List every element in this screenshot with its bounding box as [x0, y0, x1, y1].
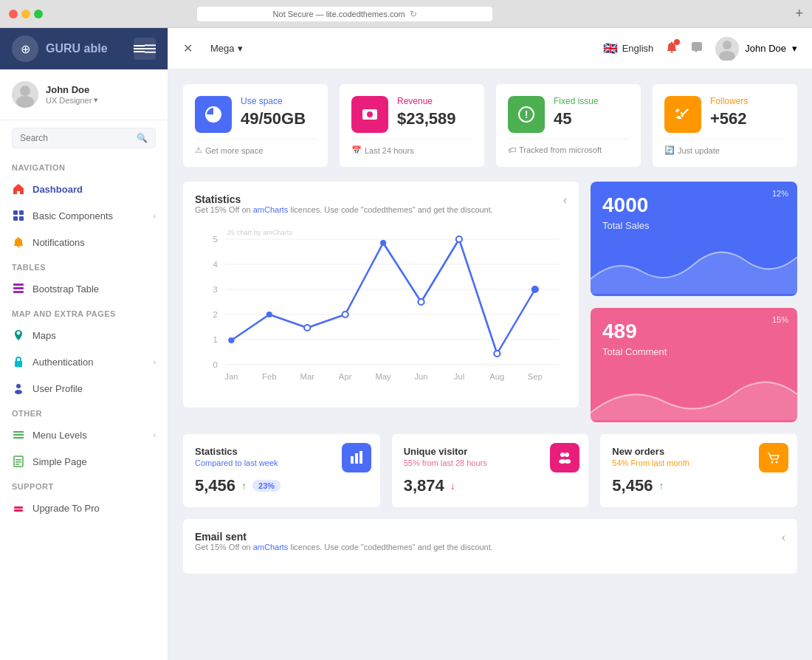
amcharts-link-email[interactable]: amCharts — [253, 543, 289, 551]
bell-icon — [12, 236, 25, 249]
sales-label: Total Sales — [602, 220, 785, 231]
svg-rect-2 — [145, 52, 156, 53]
sidebar-title: GURU able — [46, 42, 108, 55]
stat-value-followers: +562 — [710, 109, 785, 128]
svg-text:Jun: Jun — [414, 372, 427, 381]
svg-text:2: 2 — [213, 310, 218, 319]
sidebar-item-basic-components[interactable]: Basic Components › — [0, 202, 168, 229]
sales-percent: 12% — [772, 189, 788, 198]
comment-percent: 15% — [772, 315, 788, 324]
svg-point-50 — [494, 351, 500, 357]
svg-point-69 — [775, 461, 777, 464]
sales-value: 4000 — [602, 193, 785, 217]
url-bar[interactable]: Not Secure — lite.codedthemes.com ↻ — [197, 7, 492, 21]
mini-value-statistics: 5,456 ↑ 23% — [195, 476, 368, 495]
svg-rect-61 — [351, 456, 354, 464]
svg-text:Feb: Feb — [262, 372, 276, 381]
sidebar-item-authentication[interactable]: Authentication › — [0, 348, 168, 375]
nav-label-menu-levels: Menu Levels — [32, 430, 87, 441]
svg-rect-22 — [16, 464, 19, 465]
total-sales-panel: 12% 4000 Total Sales — [591, 182, 797, 296]
stat-footer-fixed-issue: 🏷 Tracked from microsoft — [508, 139, 629, 154]
svg-point-48 — [418, 299, 424, 305]
svg-rect-16 — [13, 431, 24, 433]
chat-button[interactable] — [690, 41, 703, 56]
arrow-up-icon: ↑ — [241, 480, 247, 492]
sidebar-section-other: Other — [0, 402, 168, 422]
sidebar-logo: ⊕ — [12, 35, 38, 62]
comment-wave — [591, 368, 797, 422]
email-subtitle: Get 15% Off on amCharts licences. Use co… — [195, 543, 493, 551]
nav-label-dashboard: Dashboard — [32, 184, 83, 195]
chevron-right-icon-auth: › — [154, 358, 156, 366]
svg-rect-6 — [13, 210, 18, 215]
mega-menu-item[interactable]: Mega ▾ — [202, 38, 252, 58]
stat-card-fixed-issue: ! Fixed issue 45 🏷 Tracked from microsof… — [496, 84, 641, 167]
browser-chrome: Not Secure — lite.codedthemes.com ↻ + — [0, 0, 812, 28]
sidebar-item-upgrade[interactable]: Upgrade To Pro — [0, 495, 168, 521]
mini-icon-orders — [759, 443, 788, 472]
sidebar-item-simple-page[interactable]: Simple Page — [0, 448, 168, 475]
sidebar-item-maps[interactable]: Maps — [0, 322, 168, 348]
sidebar-item-bootstrap-table[interactable]: Bootstrap Table — [0, 275, 168, 302]
mini-value-visitor: 3,874 ↓ — [404, 476, 577, 495]
amcharts-link[interactable]: amCharts — [253, 205, 289, 214]
svg-point-49 — [456, 236, 462, 242]
svg-rect-17 — [13, 434, 24, 436]
email-collapse-button[interactable]: ‹ — [782, 531, 785, 544]
close-dot[interactable] — [9, 10, 18, 18]
sales-wave — [591, 242, 797, 296]
comment-value: 489 — [602, 320, 785, 343]
svg-text:5: 5 — [213, 235, 218, 244]
nav-label-user-profile: User Profile — [32, 383, 83, 394]
svg-point-4 — [20, 86, 30, 96]
nav-label-bootstrap-table: Bootstrap Table — [32, 283, 99, 295]
sidebar-section-support: Support — [0, 475, 168, 495]
use-space-icon — [195, 96, 232, 133]
svg-point-44 — [266, 312, 272, 317]
svg-rect-62 — [355, 453, 358, 464]
stat-footer-followers: 🔄 Just update — [664, 139, 785, 155]
reload-icon[interactable]: ↻ — [410, 9, 417, 19]
svg-text:Jul: Jul — [454, 372, 464, 381]
language-selector[interactable]: 🇬🇧 English — [603, 41, 654, 55]
right-panels: 12% 4000 Total Sales 15% 489 — [591, 182, 797, 422]
section-title-map: Map And Extra Pages — [12, 309, 116, 318]
user-role: UX Designer ▾ — [46, 95, 98, 105]
sidebar: ⊕ GURU able John Doe UX Designer ▾ — [0, 28, 168, 660]
user-chevron-icon: ▾ — [792, 43, 797, 54]
minimize-dot[interactable] — [21, 10, 30, 18]
topbar-nav: Mega ▾ — [202, 38, 252, 58]
sidebar-item-user-profile[interactable]: User Profile — [0, 375, 168, 402]
sidebar-section-navigation: Navigation — [0, 156, 168, 176]
search-box[interactable]: 🔍 — [12, 128, 156, 148]
sidebar-section-map: Map And Extra Pages — [0, 302, 168, 322]
email-title: Email sent — [195, 531, 493, 543]
user-profile-button[interactable]: John Doe ▾ — [715, 37, 797, 61]
section-title-other: Other — [12, 409, 42, 418]
new-tab-button[interactable]: + — [795, 6, 803, 21]
svg-point-14 — [16, 384, 21, 388]
notifications-bell-button[interactable] — [665, 41, 678, 56]
mini-icon-statistics — [342, 443, 371, 472]
sidebar-menu-button[interactable] — [134, 38, 156, 60]
followers-icon — [664, 96, 701, 133]
mini-card-unique-visitor: Unique visitor 55% from last 28 hours 3,… — [392, 434, 589, 507]
hamburger-icon — [134, 48, 145, 49]
sidebar-item-menu-levels[interactable]: Menu Levels › — [0, 422, 168, 448]
maximize-dot[interactable] — [34, 10, 43, 18]
svg-rect-23 — [14, 506, 23, 509]
sidebar-item-dashboard[interactable]: Dashboard — [0, 176, 168, 202]
nav-label-upgrade: Upgrade To Pro — [32, 503, 100, 514]
collapse-button[interactable]: ✕ — [183, 41, 193, 55]
mini-cards-grid: Statistics Compared to last week 5,456 ↑… — [183, 434, 797, 507]
sidebar-item-notifications[interactable]: Notifications — [0, 229, 168, 255]
stat-label-revenue: Revenue — [397, 96, 472, 106]
search-input[interactable] — [20, 133, 132, 143]
section-title-tables: Tables — [12, 263, 46, 272]
nav-label-basic-components: Basic Components — [32, 210, 113, 221]
flag-icon: 🇬🇧 — [603, 41, 618, 55]
map-icon — [12, 329, 25, 342]
chart-collapse-button[interactable]: ‹ — [563, 193, 567, 207]
stat-value-use-space: 49/50GB — [241, 109, 316, 128]
